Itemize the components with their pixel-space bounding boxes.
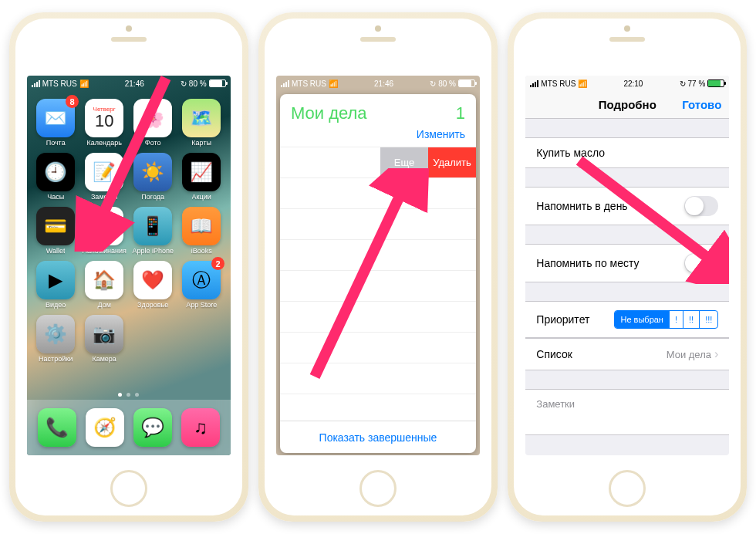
reminders-card: Мои дела 1 Изменить Еще Удалить Показать… <box>280 94 476 453</box>
app-Акции[interactable]: 📈Акции <box>179 153 224 201</box>
dock-app[interactable]: 🧭 <box>86 408 124 447</box>
priority-row: Приоритет Не выбран ! !! !!! <box>525 301 729 338</box>
app-Apple iPhone[interactable]: 📱Apple iPhone <box>130 207 176 255</box>
list-title: Мои дела <box>291 103 367 123</box>
app-Камера[interactable]: 📷Камера <box>82 315 127 363</box>
status-bar: MTS RUS📶 22:10 ↻ 77 % <box>525 76 729 91</box>
app-Видео[interactable]: ▶Видео <box>33 261 79 309</box>
delete-button[interactable]: Удалить <box>428 147 476 177</box>
battery-pct: 80 % <box>189 79 207 88</box>
list-row[interactable]: СписокМои дела› <box>525 338 729 370</box>
dock: 📞🧭💬♫ <box>27 400 231 455</box>
phone-homescreen: MTS RUS📶 21:46 ↻ 80 % ✉️8ПочтаЧетверг10К… <box>9 12 248 522</box>
remind-location-row[interactable]: Напомнить по месту <box>525 244 729 282</box>
carrier-label: MTS RUS <box>42 79 77 88</box>
task-title-field[interactable]: Купить масло <box>525 137 729 168</box>
notes-field[interactable]: Заметки <box>525 389 729 435</box>
phone-reminders: MTS RUS📶 21:46 ↻ 80 % Мои дела 1 Изменит… <box>258 12 498 522</box>
app-Фото[interactable]: 🌸Фото <box>130 99 176 147</box>
home-button[interactable] <box>609 470 646 507</box>
more-button[interactable]: Еще <box>380 147 428 177</box>
app-Карты[interactable]: 🗺️Карты <box>179 99 224 147</box>
app-Заметки[interactable]: 📝Заметки <box>82 153 127 201</box>
reminder-row[interactable]: Еще Удалить <box>280 147 476 178</box>
app-Настройки[interactable]: ⚙️Настройки <box>33 315 79 363</box>
app-Wallet[interactable]: 💳Wallet <box>33 207 79 255</box>
nav-bar: Подробно Готово <box>525 91 729 119</box>
status-bar: MTS RUS📶 21:46 ↻ 80 % <box>27 76 231 91</box>
clock: 21:46 <box>89 79 181 88</box>
edit-button[interactable]: Изменить <box>280 128 476 147</box>
dock-app[interactable]: 💬 <box>133 408 172 447</box>
page-dots <box>27 393 231 397</box>
app-Дом[interactable]: 🏠Дом <box>82 261 127 309</box>
app-Погода[interactable]: ☀️Погода <box>130 153 176 201</box>
priority-segmented[interactable]: Не выбран ! !! !!! <box>614 310 718 329</box>
dock-app[interactable]: 📞 <box>38 408 76 447</box>
show-completed-button[interactable]: Показать завершенные <box>280 421 476 453</box>
home-button[interactable] <box>110 470 147 507</box>
app-Здоровье[interactable]: ❤️Здоровье <box>130 261 176 309</box>
nav-title: Подробно <box>599 98 656 111</box>
home-button[interactable] <box>359 470 397 507</box>
status-bar: MTS RUS📶 21:46 ↻ 80 % <box>276 76 480 91</box>
app-Напоминания[interactable]: Напоминания <box>82 207 127 255</box>
home-screen: MTS RUS📶 21:46 ↻ 80 % ✉️8ПочтаЧетверг10К… <box>27 76 231 455</box>
app-Календарь[interactable]: Четверг10Календарь <box>82 99 127 147</box>
app-iBooks[interactable]: 📖iBooks <box>179 207 224 255</box>
done-button[interactable]: Готово <box>682 98 721 111</box>
app-Часы[interactable]: 🕘Часы <box>33 153 79 201</box>
app-App Store[interactable]: Ⓐ2App Store <box>179 261 224 309</box>
toggle-location[interactable] <box>684 253 718 273</box>
remind-day-row[interactable]: Напомнить в день <box>525 187 729 225</box>
app-Почта[interactable]: ✉️8Почта <box>33 99 79 147</box>
phone-detail: MTS RUS📶 22:10 ↻ 77 % Подробно Готово Ку… <box>508 12 747 522</box>
list-count: 1 <box>456 103 465 123</box>
dock-app[interactable]: ♫ <box>181 408 220 447</box>
toggle-day[interactable] <box>684 196 718 216</box>
